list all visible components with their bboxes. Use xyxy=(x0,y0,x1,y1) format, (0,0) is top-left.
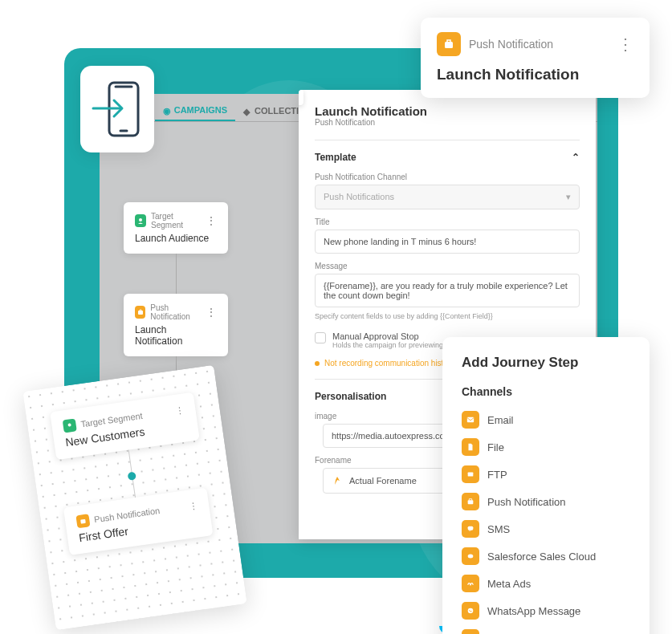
message-label: Message xyxy=(315,262,580,270)
notification-title: Launch Notification xyxy=(437,66,633,83)
push-notification-icon xyxy=(437,32,461,56)
channel-email[interactable]: Email xyxy=(462,406,630,433)
node-menu-icon[interactable]: ⋮ xyxy=(175,404,185,416)
megaphone-icon: ◉ xyxy=(163,106,171,114)
svg-point-14 xyxy=(67,423,71,427)
push-icon xyxy=(135,306,145,319)
journey-node-push-notification[interactable]: Push Notification ⋮ Launch Notification xyxy=(124,294,228,356)
svg-rect-9 xyxy=(468,473,474,477)
notification-preview-card: Push Notification ⋮ Launch Notification xyxy=(421,18,650,98)
channel-whatsapp[interactable]: WhatsApp Message xyxy=(462,597,630,624)
channel-sms[interactable]: SMS xyxy=(462,515,630,543)
channel-label: Push Notification Channel xyxy=(315,173,580,181)
node-title: Launch Notification xyxy=(135,324,217,347)
manual-approval-checkbox[interactable] xyxy=(315,332,326,343)
node-menu-icon[interactable]: ⋮ xyxy=(206,306,217,319)
channel-select[interactable]: Push Notifications ▾ xyxy=(315,185,580,209)
status-dot-icon xyxy=(315,361,320,366)
expand-panel-button[interactable]: ⇤ xyxy=(299,90,303,105)
svg-rect-15 xyxy=(80,519,86,524)
svg-rect-8 xyxy=(467,417,474,423)
channel-salesforce[interactable]: Salesforce Sales Cloud xyxy=(462,543,630,570)
chevron-down-icon: ▾ xyxy=(566,192,571,202)
node-type: Target Segment xyxy=(151,212,201,230)
person-icon xyxy=(332,475,343,486)
channel-push[interactable]: Push Notification xyxy=(462,488,630,515)
push-icon xyxy=(462,493,479,510)
channel-meta[interactable]: Meta Ads xyxy=(462,570,630,597)
journey-node-push-notification[interactable]: Push Notification ⋮ First Offer xyxy=(63,487,214,555)
target-icon xyxy=(63,418,77,433)
notification-type: Push Notification xyxy=(469,38,609,51)
phone-arrow-icon xyxy=(92,78,143,140)
email-icon xyxy=(462,411,479,429)
connector-dot xyxy=(128,472,136,481)
svg-rect-5 xyxy=(138,311,143,315)
ftp-icon xyxy=(462,465,479,483)
config-title: Launch Notification xyxy=(315,104,580,118)
svg-rect-7 xyxy=(445,42,453,48)
sms-icon xyxy=(462,520,479,538)
whatsapp-icon xyxy=(462,602,479,620)
svg-rect-11 xyxy=(468,526,474,530)
push-icon xyxy=(75,514,90,528)
channel-file[interactable]: File xyxy=(462,433,630,461)
node-type: Push Notification xyxy=(150,303,201,321)
salesforce-icon xyxy=(462,547,479,565)
connector-line xyxy=(176,254,177,294)
message-input[interactable]: {{Forename}}, are you ready for a truly … xyxy=(315,274,580,307)
title-label: Title xyxy=(315,217,580,226)
journey-node-target-segment[interactable]: Target Segment ⋮ New Customers xyxy=(50,392,200,460)
google-ads-icon xyxy=(462,629,479,634)
journey-node-target-segment[interactable]: Target Segment ⋮ Launch Audience xyxy=(124,202,228,254)
meta-icon xyxy=(462,575,479,592)
target-icon xyxy=(135,214,146,227)
cube-icon: ◆ xyxy=(243,107,251,115)
svg-point-13 xyxy=(468,608,474,614)
channel-google-ads[interactable]: Google Ads xyxy=(462,624,630,634)
add-journey-step-panel: Add Journey Step Channels Email File FTP… xyxy=(442,337,650,634)
title-input[interactable]: New phone landing in T minus 6 hours! xyxy=(315,230,580,254)
section-header-template[interactable]: Template ⌃ xyxy=(315,152,580,163)
svg-point-12 xyxy=(468,555,474,559)
svg-point-4 xyxy=(139,218,142,221)
tab-campaigns[interactable]: ◉CAMPAIGNS xyxy=(155,100,235,121)
card-menu-icon[interactable]: ⋮ xyxy=(617,35,633,54)
config-subtitle: Push Notification xyxy=(315,118,580,127)
file-icon xyxy=(462,438,479,456)
content-field-hint: Specify content fields to use by adding … xyxy=(315,312,580,320)
node-title: Launch Audience xyxy=(135,233,217,244)
svg-rect-10 xyxy=(468,500,474,504)
chevron-up-icon: ⌃ xyxy=(572,152,580,163)
phone-icon-card xyxy=(80,66,154,152)
add-step-title: Add Journey Step xyxy=(462,355,630,371)
channel-ftp[interactable]: FTP xyxy=(462,461,630,488)
node-menu-icon[interactable]: ⋮ xyxy=(206,214,217,227)
journey-preview-rotated: Target Segment ⋮ New Customers Push Noti… xyxy=(22,365,246,630)
node-menu-icon[interactable]: ⋮ xyxy=(188,500,198,511)
channels-label: Channels xyxy=(462,385,630,398)
